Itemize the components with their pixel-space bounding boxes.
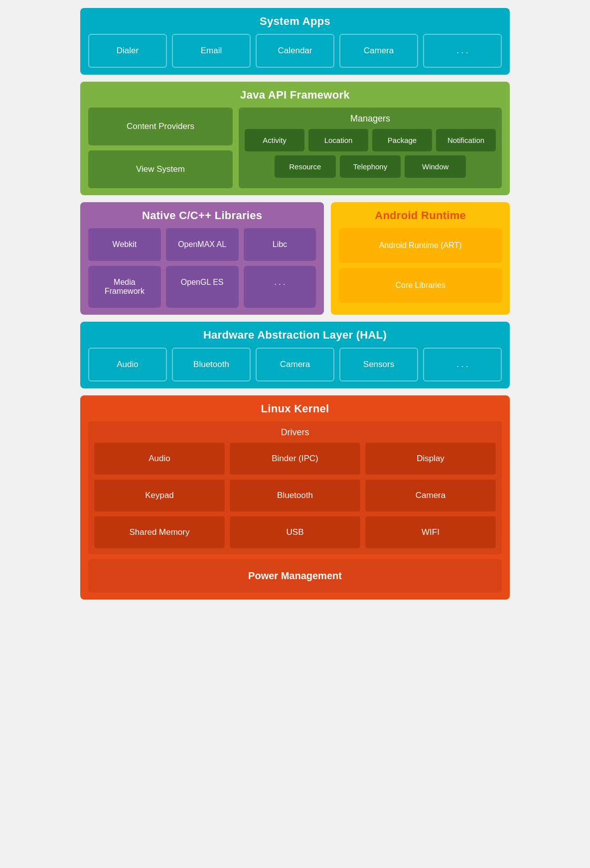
list-item: Calendar xyxy=(256,34,334,68)
java-api-inner: Content Providers View System Managers A… xyxy=(88,108,502,188)
list-item: USB xyxy=(230,516,360,548)
list-item: Media Framework xyxy=(88,266,161,308)
hal-cards: Audio Bluetooth Camera Sensors . . . xyxy=(88,348,502,381)
list-item: Keypad xyxy=(94,480,225,511)
system-apps-title: System Apps xyxy=(88,15,502,28)
list-item: Shared Memory xyxy=(94,516,225,548)
native-libs-grid: Webkit OpenMAX AL Libc Media Framework O… xyxy=(88,228,316,308)
android-runtime-layer: Android Runtime Android Runtime (ART) Co… xyxy=(331,202,510,315)
hal-title: Hardware Abstraction Layer (HAL) xyxy=(88,329,502,342)
list-item: Resource xyxy=(275,155,336,178)
managers-title: Managers xyxy=(245,114,496,124)
list-item: Bluetooth xyxy=(230,480,360,511)
content-providers-card: Content Providers xyxy=(88,108,233,145)
list-item: . . . xyxy=(244,266,316,308)
native-runtime-row: Native C/C++ Libraries Webkit OpenMAX AL… xyxy=(80,202,510,315)
java-api-layer: Java API Framework Content Providers Vie… xyxy=(80,82,510,195)
list-item: Webkit xyxy=(88,228,161,261)
android-runtime-title: Android Runtime xyxy=(339,209,502,222)
list-item: Binder (IPC) xyxy=(230,443,360,475)
list-item: OpenGL ES xyxy=(166,266,239,308)
native-libs-title: Native C/C++ Libraries xyxy=(88,209,316,222)
hal-layer: Hardware Abstraction Layer (HAL) Audio B… xyxy=(80,322,510,388)
power-management-card: Power Management xyxy=(88,559,502,593)
core-libraries-card: Core Libraries xyxy=(339,268,502,303)
list-item: Telephony xyxy=(340,155,401,178)
drivers-title: Drivers xyxy=(94,427,496,438)
list-item: . . . xyxy=(423,34,502,68)
drivers-grid: Audio Binder (IPC) Display Keypad Blueto… xyxy=(94,443,496,548)
list-item: Camera xyxy=(256,348,334,381)
managers-row1: Activity Location Package Notification xyxy=(245,129,496,151)
list-item: Libc xyxy=(244,228,316,261)
list-item: Dialer xyxy=(88,34,167,68)
system-apps-cards: Dialer Email Calendar Camera . . . xyxy=(88,34,502,68)
java-api-left: Content Providers View System xyxy=(88,108,233,188)
native-libs-layer: Native C/C++ Libraries Webkit OpenMAX AL… xyxy=(80,202,324,315)
list-item: Camera xyxy=(339,34,418,68)
list-item: Activity xyxy=(245,129,304,151)
list-item: Audio xyxy=(94,443,225,475)
list-item: Notification xyxy=(436,129,496,151)
drivers-box: Drivers Audio Binder (IPC) Display Keypa… xyxy=(88,421,502,554)
managers-box: Managers Activity Location Package Notif… xyxy=(239,108,502,188)
list-item: . . . xyxy=(423,348,502,381)
list-item: OpenMAX AL xyxy=(166,228,239,261)
view-system-card: View System xyxy=(88,150,233,188)
list-item: Camera xyxy=(365,480,496,511)
list-item: Email xyxy=(172,34,251,68)
list-item: Bluetooth xyxy=(172,348,251,381)
list-item: WIFI xyxy=(365,516,496,548)
list-item: Window xyxy=(405,155,466,178)
system-apps-layer: System Apps Dialer Email Calendar Camera… xyxy=(80,8,510,75)
list-item: Location xyxy=(308,129,368,151)
list-item: Package xyxy=(372,129,432,151)
managers-row2: Resource Telephony Window xyxy=(245,155,496,178)
list-item: Display xyxy=(365,443,496,475)
list-item: Audio xyxy=(88,348,167,381)
java-api-title: Java API Framework xyxy=(88,89,502,102)
linux-kernel-layer: Linux Kernel Drivers Audio Binder (IPC) … xyxy=(80,395,510,600)
list-item: Sensors xyxy=(339,348,418,381)
art-card: Android Runtime (ART) xyxy=(339,228,502,263)
linux-kernel-title: Linux Kernel xyxy=(88,402,502,415)
